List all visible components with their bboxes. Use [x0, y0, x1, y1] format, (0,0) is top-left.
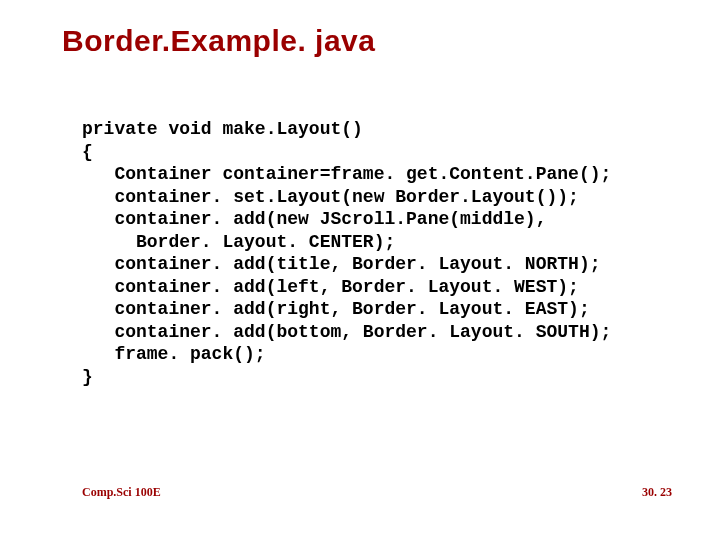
footer-left: Comp.Sci 100E: [82, 485, 161, 500]
slide: Border.Example. java private void make.L…: [0, 0, 720, 540]
slide-title: Border.Example. java: [62, 24, 376, 58]
footer-right: 30. 23: [642, 485, 672, 500]
code-block: private void make.Layout() { Container c…: [82, 118, 611, 388]
